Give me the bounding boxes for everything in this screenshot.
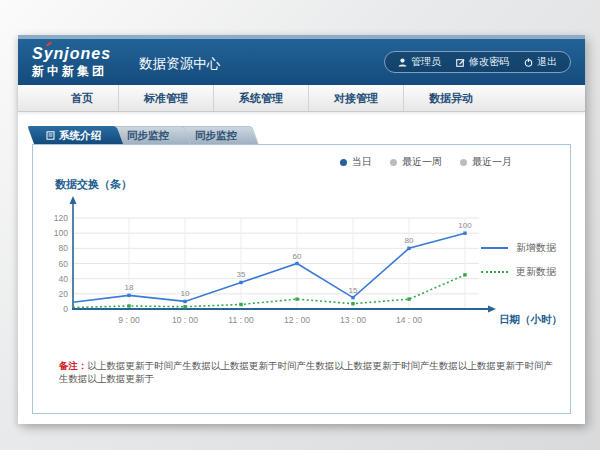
svg-text:0: 0 — [63, 304, 68, 314]
page-title: 数据资源中心 — [139, 55, 220, 73]
filter-last-month[interactable]: 最近一月 — [460, 155, 512, 169]
svg-text:10: 10 — [181, 289, 190, 298]
filter-label: 最近一月 — [472, 155, 512, 169]
filter-today[interactable]: 当日 — [340, 155, 372, 169]
company-logo: Synjones 新中新集团 — [32, 46, 111, 77]
logo-wordmark: Synjones — [32, 46, 111, 63]
edit-icon — [456, 58, 465, 67]
svg-text:80: 80 — [59, 243, 69, 253]
svg-text:40: 40 — [59, 274, 69, 284]
nav-item-system-mgmt[interactable]: 系统管理 — [214, 85, 309, 111]
main-window: Synjones 新中新集团 数据资源中心 管理员 修改密码 — [18, 35, 585, 424]
range-filter-group: 当日 最近一周 最近一月 — [340, 155, 512, 169]
change-password-button[interactable]: 修改密码 — [456, 55, 509, 69]
nav-item-data-change[interactable]: 数据异动 — [404, 85, 498, 111]
filter-label: 当日 — [352, 155, 372, 169]
svg-text:20: 20 — [59, 289, 69, 299]
power-icon — [524, 58, 533, 67]
radio-icon — [460, 159, 467, 166]
tab-sync-monitor-2[interactable]: 同步监控 — [183, 126, 259, 144]
footnote: 备注：以上数据更新于时间产生数据以上数据更新于时间产生数据以上数据更新于时间产生… — [59, 359, 556, 386]
chart-panel: 当日 最近一周 最近一月 数据交换（条） 0204060801001209 : … — [32, 144, 571, 414]
svg-text:9 : 00: 9 : 00 — [118, 315, 140, 325]
nav-item-home[interactable]: 首页 — [46, 85, 119, 111]
svg-text:15: 15 — [349, 286, 358, 295]
svg-text:100: 100 — [54, 228, 68, 238]
app-header: Synjones 新中新集团 数据资源中心 管理员 修改密码 — [18, 39, 585, 85]
svg-text:80: 80 — [405, 236, 414, 245]
svg-text:18: 18 — [125, 283, 134, 292]
user-name-label: 管理员 — [411, 55, 441, 69]
chart-legend: 新增数据 更新数据 — [481, 241, 556, 279]
legend-label: 更新数据 — [516, 265, 556, 279]
change-password-label: 修改密码 — [469, 55, 509, 69]
y-axis-title: 数据交换（条） — [55, 177, 132, 192]
svg-text:60: 60 — [59, 259, 69, 269]
svg-text:10 : 00: 10 : 00 — [172, 315, 198, 325]
svg-text:13 : 00: 13 : 00 — [340, 315, 366, 325]
main-nav: 首页 标准管理 系统管理 对接管理 数据异动 — [18, 85, 585, 112]
filter-label: 最近一周 — [402, 155, 442, 169]
document-icon — [46, 131, 55, 140]
footnote-prefix: 备注： — [59, 360, 88, 371]
legend-item-updated-data: 更新数据 — [481, 265, 556, 279]
tab-label: 同步监控 — [127, 126, 169, 144]
user-toolbar: 管理员 修改密码 退出 — [384, 51, 571, 73]
tab-label: 系统介绍 — [59, 126, 101, 144]
tab-bar: 系统介绍 同步监控 同步监控 — [34, 125, 571, 144]
logo-company-name: 新中新集团 — [32, 65, 111, 78]
user-icon — [398, 58, 407, 67]
svg-text:12 : 00: 12 : 00 — [284, 315, 310, 325]
current-user-button[interactable]: 管理员 — [398, 55, 441, 69]
legend-line-sample — [481, 271, 508, 273]
legend-item-new-data: 新增数据 — [481, 241, 556, 255]
footnote-text: 以上数据更新于时间产生数据以上数据更新于时间产生数据以上数据更新于时间产生数据以… — [59, 360, 553, 384]
nav-item-standard-mgmt[interactable]: 标准管理 — [119, 85, 214, 111]
tab-system-intro[interactable]: 系统介绍 — [34, 126, 123, 144]
legend-line-sample — [481, 247, 508, 249]
svg-text:11 : 00: 11 : 00 — [228, 315, 254, 325]
logout-label: 退出 — [537, 55, 557, 69]
logout-button[interactable]: 退出 — [524, 55, 557, 69]
tab-label: 同步监控 — [195, 126, 237, 144]
svg-text:60: 60 — [293, 252, 302, 261]
svg-text:100: 100 — [458, 221, 472, 230]
radio-icon — [390, 159, 397, 166]
svg-text:日期（小时）: 日期（小时） — [499, 313, 562, 326]
filter-last-week[interactable]: 最近一周 — [390, 155, 442, 169]
nav-item-integration-mgmt[interactable]: 对接管理 — [309, 85, 404, 111]
svg-text:14 : 00: 14 : 00 — [396, 315, 422, 325]
radio-icon — [340, 159, 347, 166]
tab-sync-monitor-1[interactable]: 同步监控 — [115, 126, 191, 144]
svg-text:120: 120 — [54, 213, 68, 223]
svg-text:35: 35 — [237, 270, 246, 279]
legend-label: 新增数据 — [516, 241, 556, 255]
